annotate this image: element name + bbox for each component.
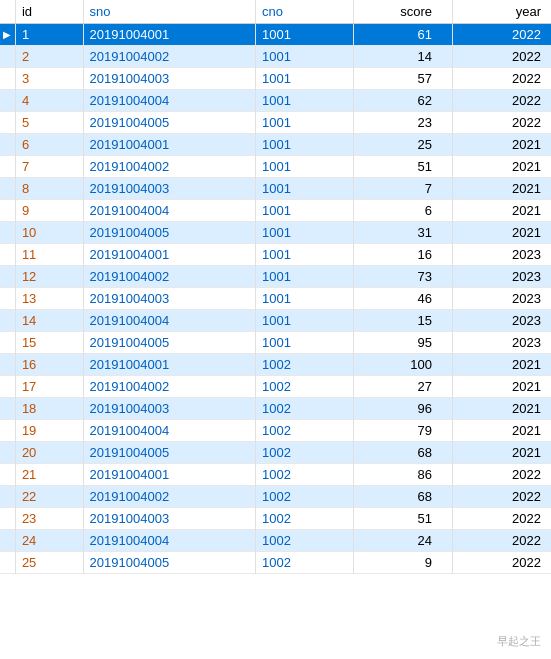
row-indicator <box>0 530 15 552</box>
row-indicator <box>0 222 15 244</box>
cell-score: 86 <box>354 464 453 486</box>
cell-score: 68 <box>354 486 453 508</box>
cell-score: 7 <box>354 178 453 200</box>
cell-year: 2023 <box>452 288 551 310</box>
row-indicator <box>0 156 15 178</box>
cell-sno: 20191004003 <box>83 178 255 200</box>
row-indicator <box>0 508 15 530</box>
cell-sno: 20191004003 <box>83 68 255 90</box>
cell-score: 23 <box>354 112 453 134</box>
cell-year: 2022 <box>452 530 551 552</box>
row-indicator <box>0 332 15 354</box>
row-indicator <box>0 376 15 398</box>
cell-id: 2 <box>15 46 83 68</box>
cell-cno: 1001 <box>255 112 354 134</box>
cell-cno: 1001 <box>255 178 354 200</box>
cell-cno: 1002 <box>255 486 354 508</box>
table-row[interactable]: 162019100400110021002021 <box>0 354 551 376</box>
cell-year: 2022 <box>452 508 551 530</box>
cell-cno: 1002 <box>255 376 354 398</box>
cell-year: 2022 <box>452 552 551 574</box>
cell-cno: 1001 <box>255 134 354 156</box>
cell-id: 1 <box>15 24 83 46</box>
cell-id: 21 <box>15 464 83 486</box>
cell-cno: 1001 <box>255 90 354 112</box>
cell-sno: 20191004001 <box>83 24 255 46</box>
cell-year: 2022 <box>452 464 551 486</box>
table-row[interactable]: 20201910040051002682021 <box>0 442 551 464</box>
col-header-score[interactable]: score <box>354 0 453 24</box>
cell-sno: 20191004004 <box>83 310 255 332</box>
table-row[interactable]: 23201910040031002512022 <box>0 508 551 530</box>
cell-cno: 1001 <box>255 24 354 46</box>
cell-sno: 20191004001 <box>83 134 255 156</box>
cell-year: 2021 <box>452 442 551 464</box>
cell-score: 46 <box>354 288 453 310</box>
cell-year: 2021 <box>452 354 551 376</box>
table-row[interactable]: 21201910040011002862022 <box>0 464 551 486</box>
cell-score: 25 <box>354 134 453 156</box>
row-indicator <box>0 244 15 266</box>
table-row[interactable]: 920191004004100162021 <box>0 200 551 222</box>
cell-cno: 1002 <box>255 354 354 376</box>
table-row[interactable]: 2520191004005100292022 <box>0 552 551 574</box>
cell-year: 2023 <box>452 266 551 288</box>
row-indicator <box>0 442 15 464</box>
cell-score: 51 <box>354 508 453 530</box>
row-indicator <box>0 266 15 288</box>
table-row[interactable]: 5201910040051001232022 <box>0 112 551 134</box>
cell-year: 2022 <box>452 68 551 90</box>
cell-cno: 1001 <box>255 244 354 266</box>
table-row[interactable]: 17201910040021002272021 <box>0 376 551 398</box>
cell-sno: 20191004004 <box>83 200 255 222</box>
cell-year: 2021 <box>452 178 551 200</box>
row-indicator <box>0 200 15 222</box>
cell-id: 12 <box>15 266 83 288</box>
table-row[interactable]: 10201910040051001312021 <box>0 222 551 244</box>
cell-score: 24 <box>354 530 453 552</box>
table-row[interactable]: 12201910040021001732023 <box>0 266 551 288</box>
cell-cno: 1001 <box>255 332 354 354</box>
cell-cno: 1002 <box>255 530 354 552</box>
cell-sno: 20191004001 <box>83 354 255 376</box>
cell-sno: 20191004005 <box>83 552 255 574</box>
col-header-id[interactable]: id <box>15 0 83 24</box>
table-row[interactable]: 22201910040021002682022 <box>0 486 551 508</box>
table-row[interactable]: 4201910040041001622022 <box>0 90 551 112</box>
cell-sno: 20191004005 <box>83 332 255 354</box>
cell-score: 9 <box>354 552 453 574</box>
table-row[interactable]: 13201910040031001462023 <box>0 288 551 310</box>
cell-cno: 1002 <box>255 398 354 420</box>
cell-id: 17 <box>15 376 83 398</box>
table-row[interactable]: 820191004003100172021 <box>0 178 551 200</box>
cell-id: 9 <box>15 200 83 222</box>
table-row[interactable]: 15201910040051001952023 <box>0 332 551 354</box>
table-row[interactable]: 19201910040041002792021 <box>0 420 551 442</box>
table-row[interactable]: 3201910040031001572022 <box>0 68 551 90</box>
col-header-cno[interactable]: cno <box>255 0 354 24</box>
table-row[interactable]: 2201910040021001142022 <box>0 46 551 68</box>
cell-score: 95 <box>354 332 453 354</box>
col-header-sno[interactable]: sno <box>83 0 255 24</box>
table-row[interactable]: ▶1201910040011001612022 <box>0 24 551 46</box>
table-row[interactable]: 7201910040021001512021 <box>0 156 551 178</box>
row-indicator <box>0 486 15 508</box>
cell-sno: 20191004004 <box>83 420 255 442</box>
table-row[interactable]: 14201910040041001152023 <box>0 310 551 332</box>
cell-id: 4 <box>15 90 83 112</box>
cell-score: 15 <box>354 310 453 332</box>
cell-cno: 1001 <box>255 46 354 68</box>
cell-sno: 20191004005 <box>83 222 255 244</box>
table-row[interactable]: 18201910040031002962021 <box>0 398 551 420</box>
cell-id: 6 <box>15 134 83 156</box>
table-row[interactable]: 6201910040011001252021 <box>0 134 551 156</box>
row-indicator <box>0 288 15 310</box>
table-row[interactable]: 24201910040041002242022 <box>0 530 551 552</box>
cell-score: 73 <box>354 266 453 288</box>
table-row[interactable]: 11201910040011001162023 <box>0 244 551 266</box>
col-header-year[interactable]: year <box>452 0 551 24</box>
cell-id: 15 <box>15 332 83 354</box>
cell-year: 2022 <box>452 90 551 112</box>
row-indicator <box>0 46 15 68</box>
cell-id: 3 <box>15 68 83 90</box>
